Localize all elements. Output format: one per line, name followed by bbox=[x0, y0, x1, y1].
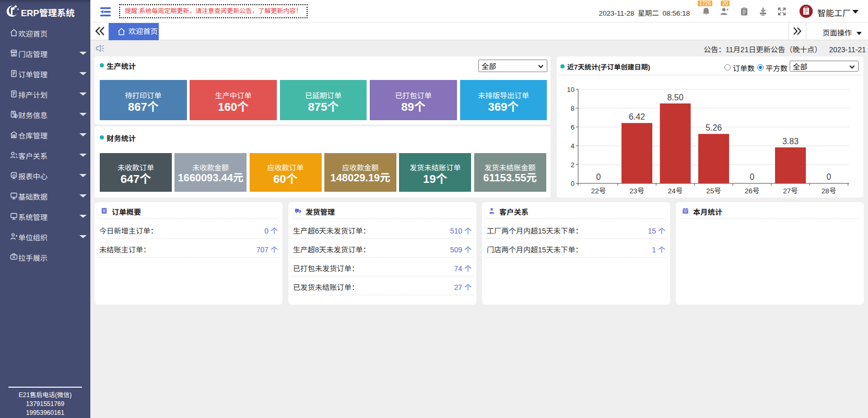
svg-text:10: 10 bbox=[567, 86, 574, 94]
svg-text:24号: 24号 bbox=[668, 187, 683, 195]
svg-text:5.26: 5.26 bbox=[706, 123, 722, 132]
svg-text:27号: 27号 bbox=[783, 187, 798, 195]
svg-text:22号: 22号 bbox=[591, 187, 606, 195]
svg-text:23号: 23号 bbox=[629, 187, 644, 195]
svg-text:28号: 28号 bbox=[822, 187, 837, 195]
svg-text:6: 6 bbox=[571, 123, 574, 131]
svg-text:4: 4 bbox=[571, 142, 574, 150]
svg-text:0: 0 bbox=[827, 172, 831, 181]
svg-text:3.83: 3.83 bbox=[782, 137, 799, 146]
svg-text:0: 0 bbox=[571, 180, 574, 188]
svg-text:8: 8 bbox=[571, 104, 574, 112]
svg-text:26号: 26号 bbox=[745, 187, 760, 195]
svg-text:2: 2 bbox=[571, 161, 574, 169]
svg-text:0: 0 bbox=[750, 172, 755, 181]
svg-text:6.42: 6.42 bbox=[629, 112, 645, 121]
svg-text:0: 0 bbox=[596, 172, 601, 181]
svg-text:8.50: 8.50 bbox=[667, 93, 683, 102]
svg-text:25号: 25号 bbox=[706, 187, 721, 195]
